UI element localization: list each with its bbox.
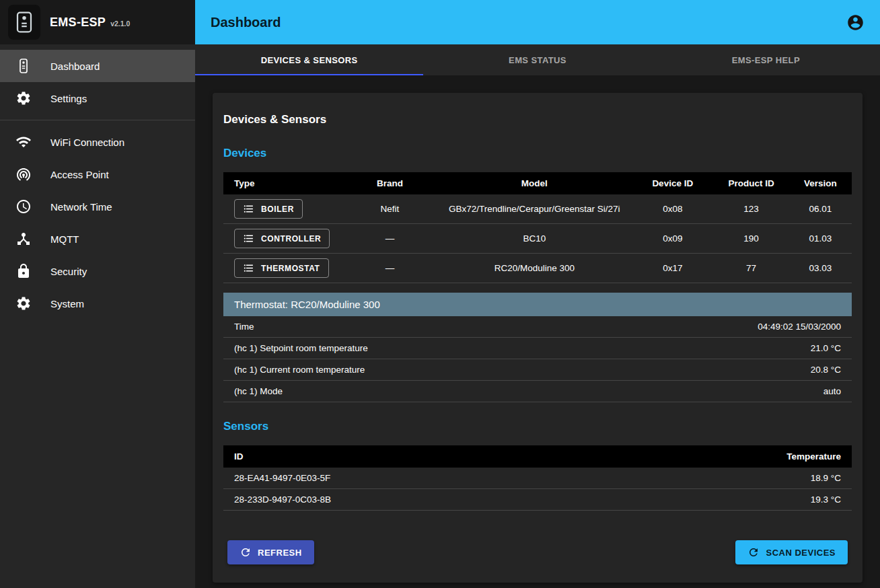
column-header-model: Model	[437, 172, 632, 194]
detail-row: (hc 1) Mode auto	[223, 381, 852, 402]
sidebar-item-system[interactable]: System	[0, 287, 195, 320]
devices-table-header: Type Brand Model Device ID Product ID Ve…	[223, 172, 852, 194]
appbar: Dashboard	[195, 0, 880, 44]
sidebar-item-label: System	[50, 298, 84, 309]
tab-devices-sensors[interactable]: DEVICES & SENSORS	[195, 44, 423, 75]
devices-table: Type Brand Model Device ID Product ID Ve…	[223, 172, 852, 283]
detail-label: (hc 1) Mode	[223, 381, 599, 402]
device-id: 0x17	[632, 254, 713, 283]
card-title: Devices & Sensors	[223, 113, 852, 126]
sidebar-item-network-time[interactable]: Network Time	[0, 190, 195, 223]
sidebar: EMS-ESPv2.1.0 Dashboard Settings	[0, 0, 195, 588]
sidebar-item-label: WiFi Connection	[50, 137, 124, 148]
list-icon	[243, 262, 254, 274]
column-header-product-id: Product ID	[713, 172, 789, 194]
column-header-temperature: Temperature	[606, 445, 852, 468]
device-detail-header: Thermostat: RC20/Moduline 300	[223, 293, 852, 316]
device-id: 0x08	[632, 194, 713, 224]
device-product-id: 123	[713, 194, 789, 224]
device-model: GBx72/Trendline/Cerapur/Greenstar Si/27i	[437, 194, 632, 224]
app-name: EMS-ESP	[50, 15, 106, 29]
sensor-row: 28-233D-9497-0C03-8B 19.3 °C	[223, 489, 852, 511]
sensor-temperature: 19.3 °C	[606, 489, 852, 511]
detail-value: auto	[599, 381, 852, 402]
sidebar-header: EMS-ESPv2.1.0	[0, 0, 195, 44]
account-circle-icon[interactable]	[846, 13, 865, 32]
device-row: THERMOSTAT — RC20/Moduline 300 0x17 77 0…	[223, 254, 852, 283]
action-buttons-row: REFRESH SCAN DEVICES	[223, 540, 852, 564]
device-model: RC20/Moduline 300	[437, 254, 632, 283]
sensor-id: 28-233D-9497-0C03-8B	[223, 489, 606, 511]
detail-label: (hc 1) Current room temperature	[223, 359, 599, 381]
scan-devices-button[interactable]: SCAN DEVICES	[735, 540, 848, 564]
device-type-label: CONTROLLER	[261, 234, 321, 244]
device-button-thermostat[interactable]: THERMOSTAT	[234, 258, 329, 278]
gear-icon	[15, 90, 32, 106]
sidebar-nav: Dashboard Settings WiFi Connection A	[0, 44, 195, 320]
sidebar-item-settings[interactable]: Settings	[0, 82, 195, 114]
sidebar-item-wifi-connection[interactable]: WiFi Connection	[0, 126, 195, 158]
device-version: 01.03	[789, 224, 852, 254]
sidebar-item-label: Dashboard	[50, 61, 100, 72]
column-header-version: Version	[789, 172, 852, 194]
tab-ems-esp-help[interactable]: EMS-ESP HELP	[652, 44, 880, 75]
device-button-boiler[interactable]: BOILER	[234, 199, 303, 219]
detail-row: (hc 1) Setpoint room temperature 21.0 °C	[223, 338, 852, 359]
page-title: Dashboard	[211, 15, 281, 30]
device-version: 03.03	[789, 254, 852, 283]
sensors-table-header: ID Temperature	[223, 445, 852, 468]
detail-label: (hc 1) Setpoint room temperature	[223, 338, 599, 359]
device-brand: Nefit	[342, 194, 437, 224]
sidebar-item-label: Access Point	[50, 169, 109, 180]
device-product-id: 190	[713, 224, 789, 254]
clock-icon	[15, 198, 32, 215]
sidebar-item-label: Security	[50, 266, 87, 277]
device-brand: —	[342, 224, 437, 254]
refresh-icon	[747, 546, 760, 558]
column-header-device-id: Device ID	[632, 172, 713, 194]
list-icon	[243, 233, 254, 244]
app-version: v2.1.0	[110, 20, 130, 28]
sensors-section: Sensors ID Temperature 28-EA41-9497-0E03…	[223, 420, 852, 511]
refresh-button[interactable]: REFRESH	[227, 540, 314, 564]
device-hub-icon	[15, 231, 32, 247]
device-type-label: THERMOSTAT	[261, 264, 320, 273]
sidebar-item-label: Network Time	[50, 201, 112, 213]
refresh-icon	[240, 546, 252, 558]
device-row: CONTROLLER — BC10 0x09 190 01.03	[223, 224, 852, 254]
column-header-id: ID	[223, 445, 606, 468]
tab-ems-status[interactable]: EMS STATUS	[423, 44, 651, 75]
lock-icon	[15, 263, 32, 279]
content-area: Devices & Sensors Devices Type Brand Mod…	[195, 75, 880, 588]
column-header-type: Type	[223, 172, 342, 194]
device-version: 06.01	[789, 194, 852, 224]
wifi-tethering-icon	[15, 166, 32, 182]
app-title: EMS-ESPv2.1.0	[50, 15, 130, 30]
devices-section-title: Devices	[223, 147, 852, 160]
detail-row: (hc 1) Current room temperature 20.8 °C	[223, 359, 852, 381]
device-button-controller[interactable]: CONTROLLER	[234, 229, 330, 248]
device-model: BC10	[437, 224, 632, 254]
sensor-row: 28-EA41-9497-0E03-5F 18.9 °C	[223, 468, 852, 489]
devices-sensors-card: Devices & Sensors Devices Type Brand Mod…	[213, 93, 863, 583]
detail-value: 20.8 °C	[599, 359, 852, 381]
detail-label: Time	[223, 316, 599, 338]
list-icon	[243, 203, 254, 215]
sidebar-item-access-point[interactable]: Access Point	[0, 158, 195, 190]
device-product-id: 77	[713, 254, 789, 283]
sidebar-item-label: MQTT	[50, 233, 79, 245]
gear-icon	[15, 295, 32, 311]
column-header-brand: Brand	[342, 172, 437, 194]
main-area: Dashboard DEVICES & SENSORS EMS STATUS E…	[195, 0, 880, 588]
ems-esp-logo-icon	[8, 5, 40, 40]
sensor-temperature: 18.9 °C	[606, 468, 852, 489]
sidebar-item-dashboard[interactable]: Dashboard	[0, 50, 195, 82]
sidebar-item-security[interactable]: Security	[0, 255, 195, 287]
detail-value: 04:49:02 15/03/2000	[599, 316, 852, 338]
device-type-label: BOILER	[261, 205, 294, 214]
boiler-device-icon	[15, 58, 32, 74]
sidebar-item-label: Settings	[50, 93, 87, 104]
sidebar-item-mqtt[interactable]: MQTT	[0, 223, 195, 255]
device-detail-table: Time 04:49:02 15/03/2000 (hc 1) Setpoint…	[223, 316, 852, 402]
scan-devices-button-label: SCAN DEVICES	[766, 548, 836, 558]
